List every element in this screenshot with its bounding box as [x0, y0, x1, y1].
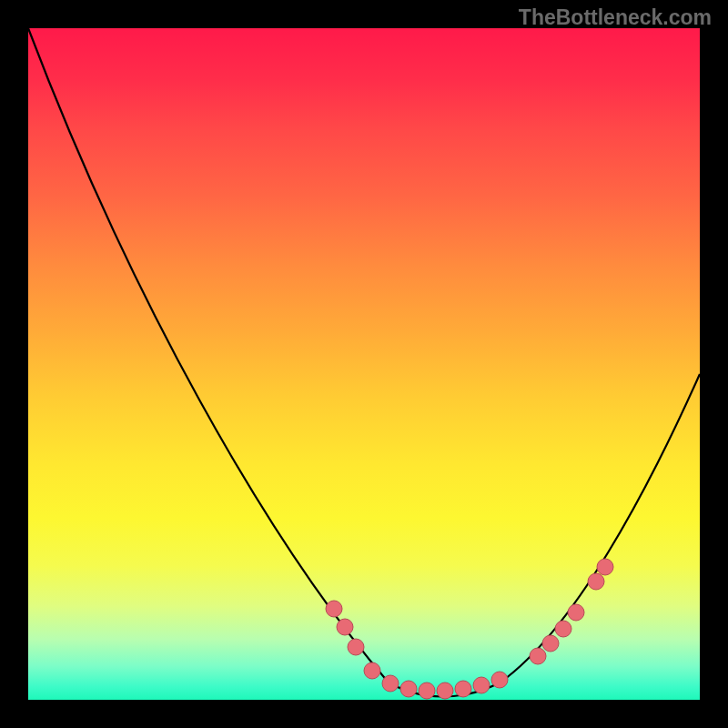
bottleneck-curve — [28, 28, 700, 697]
chart-overlay — [28, 28, 700, 700]
data-marker — [382, 675, 399, 692]
data-marker — [597, 559, 613, 575]
data-marker — [455, 681, 471, 697]
data-marker — [337, 619, 353, 635]
data-marker — [568, 604, 584, 621]
data-marker — [530, 648, 546, 664]
chart-container: TheBottleneck.com — [0, 0, 728, 728]
data-marker — [491, 672, 508, 688]
marker-group — [326, 559, 613, 699]
data-marker — [400, 681, 417, 697]
data-marker — [437, 682, 453, 699]
attribution-text: TheBottleneck.com — [519, 5, 712, 30]
data-marker — [555, 621, 571, 637]
data-marker — [348, 639, 364, 655]
data-marker — [588, 573, 604, 590]
data-marker — [419, 682, 435, 699]
data-marker — [473, 677, 490, 693]
data-marker — [364, 662, 380, 679]
data-marker — [542, 635, 559, 652]
data-marker — [326, 601, 342, 617]
